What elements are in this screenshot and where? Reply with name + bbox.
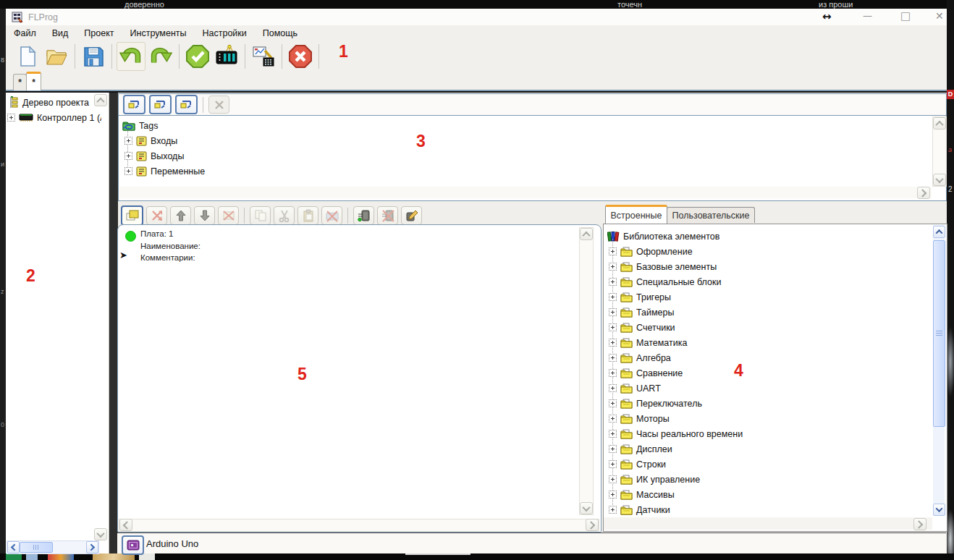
- swap-boards-button[interactable]: [146, 206, 167, 225]
- menu-item-project[interactable]: Проект: [76, 28, 122, 38]
- add-tag-1-button[interactable]: [123, 95, 145, 114]
- add-board-button[interactable]: [121, 205, 143, 226]
- new-project-button[interactable]: [14, 43, 41, 70]
- library-folder-row[interactable]: Моторы: [609, 411, 743, 426]
- scroll-thumb[interactable]: [933, 240, 945, 427]
- expander-icon[interactable]: [609, 369, 617, 377]
- expander-icon[interactable]: [609, 384, 617, 392]
- scroll-down-button[interactable]: [933, 174, 946, 186]
- save-project-button[interactable]: [80, 43, 107, 70]
- scroll-down-button[interactable]: [933, 504, 945, 516]
- scroll-left-button[interactable]: [7, 541, 20, 553]
- menu-item-view[interactable]: Вид: [44, 28, 77, 38]
- menu-item-file[interactable]: Файл: [6, 28, 44, 38]
- scroll-up-button[interactable]: [580, 228, 593, 240]
- expander-icon[interactable]: [609, 263, 617, 271]
- project-tree-hscrollbar[interactable]: [7, 540, 99, 554]
- expander-icon[interactable]: [609, 445, 617, 453]
- expander-icon[interactable]: [609, 293, 617, 301]
- library-folder-row[interactable]: Массивы: [609, 487, 743, 502]
- library-folder-row[interactable]: Алгебра: [609, 350, 743, 365]
- scroll-right-button[interactable]: [913, 518, 926, 530]
- library-folder-row[interactable]: Датчики: [609, 502, 743, 517]
- menu-item-tools[interactable]: Инструменты: [122, 28, 195, 38]
- library-folder-row[interactable]: Сравнение: [609, 365, 743, 381]
- library-hscrollbar[interactable]: [604, 517, 932, 530]
- library-folder-row[interactable]: Часы реального времени: [609, 426, 743, 441]
- library-folder-row[interactable]: Переключатель: [609, 396, 743, 411]
- project-tree-vscrollbar[interactable]: [93, 93, 107, 540]
- expander-icon[interactable]: [609, 247, 617, 255]
- expander-icon[interactable]: [124, 167, 132, 175]
- cut-button[interactable]: [274, 206, 295, 225]
- scroll-right-button[interactable]: [917, 187, 930, 199]
- remove-block-button[interactable]: [321, 206, 342, 225]
- maximize-button[interactable]: □: [900, 9, 911, 22]
- expander-icon[interactable]: [609, 475, 617, 483]
- expander-icon[interactable]: [609, 506, 617, 514]
- board-vscrollbar[interactable]: [579, 227, 594, 515]
- library-folder-row[interactable]: Счетчики: [609, 320, 743, 335]
- board-panel[interactable]: Плата: 1 Наименование: ➤ Комментарии:: [117, 224, 601, 533]
- open-project-button[interactable]: [43, 43, 70, 70]
- expander-icon[interactable]: [609, 278, 617, 286]
- expander-icon[interactable]: [609, 323, 617, 331]
- library-folder-row[interactable]: Математика: [609, 335, 743, 350]
- library-folder-row[interactable]: Строки: [609, 457, 743, 472]
- tags-root-node[interactable]: Tags: [122, 118, 158, 133]
- library-tab-user[interactable]: Пользовательские: [667, 207, 755, 223]
- scroll-up-button[interactable]: [933, 117, 946, 130]
- scroll-down-button[interactable]: [94, 528, 107, 540]
- scroll-down-button[interactable]: [580, 502, 593, 514]
- tags-vscrollbar[interactable]: [932, 116, 947, 187]
- library-tab-builtin[interactable]: Встроенные: [605, 205, 667, 224]
- tags-node-inputs[interactable]: Входы: [124, 133, 177, 148]
- menu-item-help[interactable]: Помощь: [255, 28, 305, 38]
- remove-board-button[interactable]: [218, 206, 239, 225]
- library-folder-row[interactable]: UART: [609, 381, 743, 396]
- compile-project-button[interactable]: [184, 43, 211, 70]
- controller-node[interactable]: Контроллер 1 (A: [7, 110, 101, 125]
- scroll-right-button[interactable]: [586, 519, 599, 531]
- add-tag-3-button[interactable]: [175, 95, 198, 114]
- upload-to-controller-button[interactable]: [213, 43, 240, 70]
- add-tag-2-button[interactable]: [149, 95, 172, 114]
- tags-hscrollbar[interactable]: [119, 187, 932, 198]
- library-folder-row[interactable]: ИК управление: [609, 472, 743, 487]
- menu-item-settings[interactable]: Настройки: [195, 28, 255, 38]
- board-hscrollbar[interactable]: [119, 519, 599, 532]
- expander-icon[interactable]: [124, 137, 132, 145]
- tags-node-variables[interactable]: Переменные: [124, 164, 205, 179]
- expander-icon[interactable]: [124, 152, 132, 160]
- copy-button[interactable]: [250, 206, 271, 225]
- library-vscrollbar[interactable]: [933, 225, 945, 516]
- library-folder-row[interactable]: Дисплеи: [609, 441, 743, 457]
- expander-icon[interactable]: [609, 430, 617, 438]
- paste-button[interactable]: [297, 206, 318, 225]
- controller-select-button[interactable]: [122, 535, 144, 555]
- library-folder-row[interactable]: Оформление: [609, 244, 743, 259]
- project-tree-root[interactable]: Дерево проекта: [9, 95, 89, 110]
- taskbar-icon[interactable]: [26, 553, 38, 560]
- insert-output-button[interactable]: [377, 206, 398, 225]
- delete-tag-button[interactable]: [208, 96, 229, 114]
- minimize-button[interactable]: —: [863, 10, 872, 21]
- library-folder-row[interactable]: Таймеры: [609, 305, 743, 320]
- expander-icon[interactable]: [609, 460, 617, 468]
- abort-button[interactable]: [287, 43, 314, 70]
- taskbar-icon[interactable]: [6, 553, 22, 560]
- monitoring-button[interactable]: [250, 43, 277, 70]
- undo-button[interactable]: [117, 42, 145, 71]
- edit-block-button[interactable]: [401, 206, 422, 225]
- expander-icon[interactable]: [609, 339, 617, 347]
- expander-icon[interactable]: [609, 354, 617, 362]
- expander-icon[interactable]: [7, 114, 15, 122]
- document-tab-1[interactable]: *: [13, 74, 27, 90]
- taskbar-icon[interactable]: [48, 553, 74, 560]
- expander-icon[interactable]: [609, 399, 617, 407]
- library-folder-row[interactable]: Базовые элементы: [609, 259, 743, 274]
- library-folder-row[interactable]: Тригеры: [609, 289, 743, 305]
- document-tab-2-active[interactable]: *: [26, 72, 41, 90]
- insert-input-button[interactable]: [353, 206, 374, 225]
- scroll-up-button[interactable]: [94, 94, 107, 106]
